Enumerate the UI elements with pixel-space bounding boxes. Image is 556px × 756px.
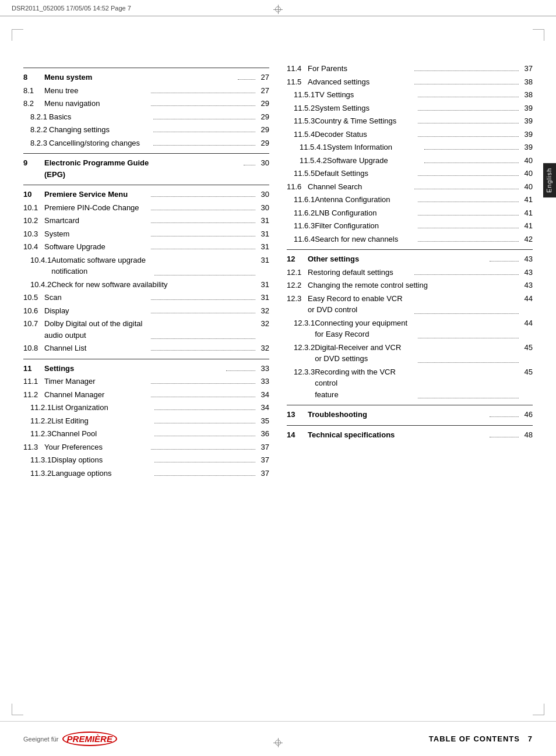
toc-page-11-5-5: 40 xyxy=(521,168,533,179)
toc-entry-11-5-5: 11.5.5 Default Settings 40 xyxy=(287,168,533,179)
toc-entry-11-3: 11.3 Your Preferences 37 xyxy=(23,441,269,453)
toc-title-12-1: Restoring default settings xyxy=(308,267,412,278)
premiere-logo: PREMIÈRE xyxy=(62,732,117,746)
toc-num-11-2-3: 11.2.3 xyxy=(23,428,51,440)
toc-page-10-8: 32 xyxy=(258,342,269,354)
toc-entry-11-6-2: 11.6.2 LNB Configuration 41 xyxy=(287,207,533,219)
toc-title-11-6-4: Search for new channels xyxy=(315,234,416,245)
toc-num-10-1: 10.1 xyxy=(23,202,44,214)
toc-dots-8-2-3 xyxy=(153,145,255,146)
toc-page-8-2-2: 29 xyxy=(258,124,269,136)
toc-num-10-3: 10.3 xyxy=(23,228,44,240)
toc-title-11-5-5: Default Settings xyxy=(315,168,416,179)
toc-num-10-7: 10.7 xyxy=(23,318,44,330)
toc-page-10-4: 31 xyxy=(258,241,269,253)
toc-num-8-2-1: 8.2.1 xyxy=(23,111,49,123)
toc-dots-12-3 xyxy=(414,313,519,314)
toc-num-14: 14 xyxy=(287,429,308,441)
toc-page-11-5-3: 39 xyxy=(521,115,533,127)
toc-title-10-4-2: Check for new software availability xyxy=(51,279,253,291)
toc-num-10: 10 xyxy=(23,189,44,200)
toc-dots-11-3 xyxy=(151,449,255,450)
toc-entry-11-5-4-1: 11.5.4.1 System Information 39 xyxy=(287,142,533,153)
toc-page-12: 43 xyxy=(521,253,533,265)
toc-dots-11-5-5 xyxy=(418,175,519,176)
toc-dots-10-3 xyxy=(151,236,255,236)
toc-entry-8-2-1: 8.2.1 Basics 29 xyxy=(23,111,269,123)
toc-num-10-8: 10.8 xyxy=(23,342,44,354)
toc-page-11: 33 xyxy=(258,363,269,375)
toc-dots-14 xyxy=(490,437,519,437)
toc-page-8-2-1: 29 xyxy=(258,111,269,123)
right-column: 11.4 For Parents 37 11.5 Advanced settin… xyxy=(287,63,533,721)
toc-page-11-3: 37 xyxy=(258,441,269,453)
toc-entry-11-2: 11.2 Channel Manager 34 xyxy=(23,389,269,401)
toc-title-11-5-3: Country & Time Settings xyxy=(315,115,416,127)
toc-dots-12 xyxy=(490,261,519,262)
toc-entry-11-6-4: 11.6.4 Search for new channels 42 xyxy=(287,234,533,245)
toc-dots-10-5 xyxy=(151,299,255,300)
toc-page-11-2-2: 35 xyxy=(258,415,269,427)
toc-title-11-5: Advanced settings xyxy=(308,76,412,88)
section-9: 9 Electronic Programme Guide(EPG) 30 xyxy=(23,153,269,180)
toc-entry-12-3: 12.3 Easy Record to enable VCRor DVD con… xyxy=(287,293,533,316)
toc-dots-11-5-3 xyxy=(418,123,519,123)
toc-entry-10-4-1: 10.4.1 Automatic software upgradenotific… xyxy=(23,255,269,277)
toc-page-12-3-1: 44 xyxy=(521,317,533,329)
toc-page-11-5: 38 xyxy=(521,76,533,88)
toc-num-8-2: 8.2 xyxy=(23,98,44,109)
corner-mark-br xyxy=(533,704,544,715)
toc-title-11-3-2: Language options xyxy=(51,468,152,479)
toc-page-11-6-2: 41 xyxy=(521,207,533,219)
toc-dots-10-1 xyxy=(151,210,255,210)
toc-dots-8-2-2 xyxy=(153,132,255,132)
toc-page-11-6-3: 41 xyxy=(521,220,533,232)
toc-page-11-2-3: 36 xyxy=(258,428,269,440)
header-bar: DSR2011_052005 17/05/05 14:52 Page 7 xyxy=(0,0,556,16)
toc-num-10-2: 10.2 xyxy=(23,215,44,227)
toc-num-8-1: 8.1 xyxy=(23,85,44,97)
toc-dots-8-2 xyxy=(151,105,255,106)
toc-page-10-6: 32 xyxy=(258,305,269,317)
toc-page-10-3: 31 xyxy=(258,228,269,240)
toc-num-12-3-3: 12.3.3 xyxy=(287,366,315,378)
toc-num-11-4: 11.4 xyxy=(287,63,308,75)
toc-page-11-4: 37 xyxy=(521,63,533,75)
toc-title-11-6: Channel Search xyxy=(308,181,412,193)
toc-page-11-5-4-2: 40 xyxy=(521,155,533,167)
toc-num-11-5-5: 11.5.5 xyxy=(287,168,315,179)
toc-dots-12-3-1 xyxy=(418,338,519,338)
toc-entry-13: 13 Troubleshooting 46 xyxy=(287,409,533,421)
toc-title-11-2-1: List Organization xyxy=(51,402,152,414)
toc-num-12-3: 12.3 xyxy=(287,293,308,305)
toc-page-11-6-1: 41 xyxy=(521,194,533,206)
toc-dots-11-3-1 xyxy=(154,462,255,462)
toc-entry-10-4-2: 10.4.2 Check for new software availabili… xyxy=(23,279,269,291)
toc-num-11-6-2: 11.6.2 xyxy=(287,207,315,219)
toc-page-11-3-2: 37 xyxy=(258,468,269,479)
toc-num-10-5: 10.5 xyxy=(23,292,44,303)
section-13: 13 Troubleshooting 46 xyxy=(287,405,533,421)
toc-page-11-5-4: 39 xyxy=(521,129,533,140)
toc-entry-11-6-3: 11.6.3 Filter Configuration 41 xyxy=(287,220,533,232)
toc-dots-11-5-4-2 xyxy=(424,162,519,163)
toc-entry-11-2-2: 11.2.2 List Editing 35 xyxy=(23,415,269,427)
toc-page-8: 27 xyxy=(258,72,269,83)
toc-dots-10-6 xyxy=(151,313,255,313)
toc-entry-10-3: 10.3 System 31 xyxy=(23,228,269,240)
toc-num-11-2-1: 11.2.1 xyxy=(23,402,51,414)
toc-entry-11-2-3: 11.2.3 Channel Pool 36 xyxy=(23,428,269,440)
toc-title-11-6-2: LNB Configuration xyxy=(315,207,416,219)
toc-title-11-1: Timer Manager xyxy=(44,376,149,387)
toc-entry-11-3-2: 11.3.2 Language options 37 xyxy=(23,468,269,479)
toc-entry-11-5-4: 11.5.4 Decoder Status 39 xyxy=(287,129,533,140)
footer-right: TABLE OF CONTENTS 7 xyxy=(429,734,533,743)
toc-dots-11-2-3 xyxy=(154,436,255,436)
bottom-registration-cross xyxy=(273,738,283,747)
registration-cross xyxy=(273,5,283,14)
toc-entry-11-3-1: 11.3.1 Display options 37 xyxy=(23,454,269,466)
toc-title-10-1: Premiere PIN-Code Change xyxy=(44,202,149,214)
toc-entry-8-2-2: 8.2.2 Changing settings 29 xyxy=(23,124,269,136)
toc-num-11-2: 11.2 xyxy=(23,389,44,401)
toc-dots-10-8 xyxy=(151,350,255,351)
